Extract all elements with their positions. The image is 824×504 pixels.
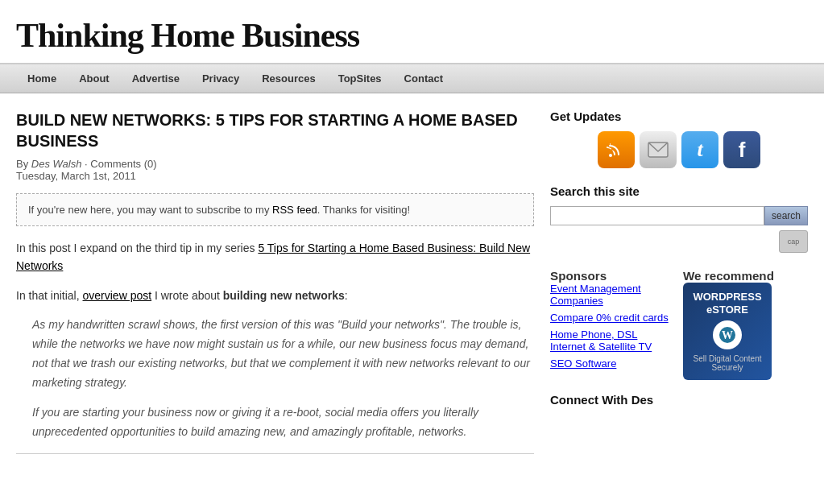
site-title: Thinking Home Business: [16, 16, 808, 55]
we-recommend-banner[interactable]: WORDPRESSeSTORE W Sell Digital Content S…: [683, 283, 772, 380]
search-input[interactable]: [550, 206, 764, 225]
sponsor-4: SEO Software: [550, 357, 675, 370]
post-comments[interactable]: (0): [144, 158, 157, 170]
sponsors-recommend-row: Sponsors Event Management Companies Comp…: [550, 269, 808, 380]
post-date: Tuesday, March 1st, 2011: [16, 170, 136, 182]
sponsors-list: Event Management Companies Compare 0% cr…: [550, 283, 675, 370]
intro-paragraph: In that initial, overview post I wrote a…: [16, 287, 534, 304]
sponsors-section: Sponsors Event Management Companies Comp…: [550, 269, 675, 380]
rss-icon[interactable]: [598, 131, 635, 168]
captcha-image: cap: [779, 230, 808, 253]
post-meta: By Des Walsh · Comments (0) Tuesday, Mar…: [16, 158, 534, 182]
series-intro: In this post I expand on the third tip i…: [16, 239, 534, 275]
nav-advertise[interactable]: Advertise: [121, 64, 191, 93]
subscribe-suffix: . Thanks for visiting!: [317, 204, 410, 216]
get-updates-title: Get Updates: [550, 109, 808, 123]
blockquote-1: As my handwritten scrawl shows, the firs…: [32, 316, 534, 392]
search-title: Search this site: [550, 184, 808, 198]
social-icons: t f: [550, 131, 808, 168]
search-section: Search this site search cap: [550, 184, 808, 253]
we-recommend-section: We recommend WORDPRESSeSTORE W Sell Digi…: [683, 269, 808, 380]
nav-home[interactable]: Home: [16, 64, 68, 93]
search-button[interactable]: search: [764, 206, 808, 225]
bold-phrase: building new networks: [223, 289, 345, 302]
banner-subtitle: Sell Digital Content Securely: [691, 354, 764, 372]
connect-section: Connect With Des: [550, 393, 808, 407]
facebook-icon[interactable]: f: [723, 131, 760, 168]
svg-text:W: W: [722, 329, 733, 341]
post-divider: [16, 453, 534, 454]
nav-resources[interactable]: Resources: [251, 64, 326, 93]
banner-title-line1: WORDPRESSeSTORE: [691, 291, 764, 316]
sponsor-1: Event Management Companies: [550, 283, 675, 307]
sponsor-3: Home Phone, DSL Internet & Satellite TV: [550, 328, 675, 353]
blockquote-2: If you are starting your business now or…: [32, 403, 534, 442]
search-row: search: [550, 206, 808, 225]
nav-privacy[interactable]: Privacy: [191, 64, 251, 93]
overview-post-link[interactable]: overview post: [83, 289, 152, 302]
nav-topsites[interactable]: TopSites: [327, 64, 393, 93]
post-body: In this post I expand on the third tip i…: [16, 239, 534, 442]
twitter-icon[interactable]: t: [681, 131, 718, 168]
post-title: BUILD NEW NETWORKS: 5 TIPS FOR STARTING …: [16, 109, 534, 151]
sidebar: Get Updates t f Search this site: [550, 109, 808, 462]
nav-about[interactable]: About: [68, 64, 121, 93]
post-author: Des Walsh: [31, 158, 82, 170]
main-nav: Home About Advertise Privacy Resources T…: [0, 64, 824, 93]
svg-point-0: [609, 154, 612, 157]
sponsors-title: Sponsors: [550, 269, 675, 283]
rss-feed-link[interactable]: RSS feed: [272, 204, 317, 216]
get-updates-section: Get Updates t f: [550, 109, 808, 168]
captcha-area: cap: [550, 230, 808, 253]
email-icon[interactable]: [640, 131, 677, 168]
wp-logo: W: [713, 320, 742, 349]
we-recommend-title: We recommend: [683, 269, 808, 283]
connect-title: Connect With Des: [550, 393, 808, 407]
subscribe-text: If you're new here, you may want to subs…: [28, 204, 272, 216]
sponsor-2: Compare 0% credit cards: [550, 312, 675, 324]
subscribe-box: If you're new here, you may want to subs…: [16, 193, 534, 226]
nav-contact[interactable]: Contact: [393, 64, 454, 93]
